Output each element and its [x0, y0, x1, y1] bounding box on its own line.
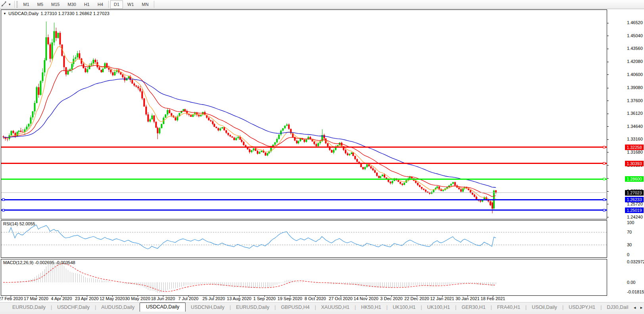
caret-down-icon[interactable]: ▾ — [8, 2, 13, 6]
chart-tab-eurusd-daily[interactable]: EURUSD,Daily — [7, 303, 51, 312]
hline-left-handle[interactable] — [2, 199, 4, 201]
date-tick-label: 25 Jul 2020 — [203, 296, 225, 301]
chart-tab-uk100-h1[interactable]: UK100,H1 — [422, 303, 455, 312]
price-tick-label: 1.24240 — [627, 215, 643, 219]
tab-scroll-left-icon[interactable]: ◄ — [633, 306, 636, 310]
candle-down — [288, 124, 290, 129]
chart-tab-eurusd-daily[interactable]: EURUSD,Daily — [231, 303, 274, 312]
candle-down — [99, 67, 100, 70]
candle-up — [333, 150, 335, 153]
candle-up — [306, 139, 307, 142]
candle-up — [280, 131, 282, 135]
candle-down — [362, 167, 364, 169]
candle-up — [278, 135, 280, 139]
chart-tab-gbpusd-h4[interactable]: GBPUSD,H4 — [276, 303, 314, 312]
candle-down — [208, 118, 210, 120]
hline-right-handle[interactable] — [603, 209, 605, 211]
ohlc-low: 1.26862 — [76, 11, 92, 16]
chart-tab-hk50-h1[interactable]: HK50,H1 — [356, 303, 386, 312]
candle-down — [148, 114, 149, 122]
candle-up — [165, 114, 167, 118]
candle-up — [183, 109, 184, 111]
candle-down — [81, 59, 82, 64]
hline-right-handle[interactable] — [603, 178, 605, 180]
timeframe-button-mn[interactable]: MN — [138, 0, 152, 9]
candle-down — [48, 37, 49, 44]
candle-down — [378, 176, 380, 178]
candle-down — [184, 109, 186, 111]
candle-down — [138, 87, 139, 88]
chart-tab-usdcnh-daily[interactable]: USDCNH,Daily — [186, 303, 230, 312]
chart-tab-fra40-h1[interactable]: FRA40,H1 — [492, 303, 525, 312]
hline-right-handle[interactable] — [603, 162, 605, 164]
candle-up — [36, 87, 38, 103]
candle-down — [232, 137, 233, 138]
chart-tab-audusd-daily[interactable]: AUDUSD,Daily — [96, 303, 140, 312]
candle-up — [161, 124, 163, 128]
chart-tab-usdjpy-h1[interactable]: USDJPY,H1 — [564, 303, 600, 312]
timeframe-button-m15[interactable]: M15 — [48, 0, 63, 9]
timeframe-button-w1[interactable]: W1 — [124, 0, 138, 9]
price-tick-label: 1.37600 — [627, 98, 643, 103]
candle-down — [324, 135, 325, 139]
chart-tab-bar: EURUSD,Daily|USDCHF,Daily|AUDUSD,DailyUS… — [0, 302, 644, 312]
timeframe-button-m1[interactable]: M1 — [20, 0, 33, 9]
chart-tab-xauusd-h1[interactable]: XAUUSD,H1 — [316, 303, 355, 312]
candle-up — [351, 152, 353, 154]
timeframe-button-h4[interactable]: H4 — [94, 0, 107, 9]
toolbar-separator — [14, 1, 15, 8]
hline-price-tag: 1.26233 — [625, 197, 644, 202]
candle-up — [404, 183, 405, 185]
candle-down — [132, 80, 133, 84]
chart-title: ▼ USDCAD,Daily 1.27310 1.27330 1.26862 1… — [3, 11, 109, 16]
timeframe-button-m30[interactable]: M30 — [64, 0, 80, 9]
candle-down — [419, 185, 421, 187]
candle-up — [102, 69, 104, 72]
candle-down — [228, 133, 229, 135]
hline-price-tag: 1.30393 — [625, 161, 644, 166]
candle-up — [382, 175, 383, 176]
hline-left-handle[interactable] — [2, 209, 4, 211]
candle-up — [259, 152, 261, 154]
candle-down — [470, 190, 472, 192]
candle-down — [400, 182, 401, 184]
chart-tab-usdchf-daily[interactable]: USDCHF,Daily — [52, 303, 95, 312]
candle-down — [120, 72, 122, 74]
candle-down — [331, 150, 333, 153]
chart-tab-usoil-daily[interactable]: USOil,Daily — [527, 303, 562, 312]
candle-up — [222, 127, 223, 128]
timeframe-button-d1[interactable]: D1 — [110, 0, 123, 9]
symbol-collapse-icon[interactable]: ▼ — [3, 12, 6, 15]
timeframe-button-m5[interactable]: M5 — [34, 0, 47, 9]
candle-down — [370, 166, 372, 168]
candle-down — [210, 120, 212, 122]
ohlc-open: 1.27310 — [40, 11, 57, 16]
date-tick-label: 1 Sep 2020 — [253, 296, 276, 301]
price-tick-label: 1.43560 — [627, 46, 643, 51]
hline-right-handle[interactable] — [603, 199, 605, 201]
price-chart-canvas[interactable] — [0, 0, 644, 314]
candle-up — [437, 186, 438, 188]
candle-up — [274, 142, 276, 145]
crosshair-cursor-icon[interactable] — [0, 0, 8, 8]
candle-up — [300, 139, 301, 141]
candle-down — [355, 156, 356, 159]
candle-up — [238, 137, 239, 138]
candle-down — [169, 110, 171, 113]
chart-tab-dj30-daily[interactable]: DJ30,Daily — [602, 303, 628, 312]
candle-down — [265, 152, 266, 156]
candle-down — [388, 179, 389, 182]
price-tick-label: 1.45040 — [627, 33, 643, 38]
candle-down — [7, 139, 8, 139]
chart-tab-ger30-h1[interactable]: GER30,H1 — [456, 303, 491, 312]
candle-down — [480, 201, 481, 202]
chart-tabs: EURUSD,Daily|USDCHF,Daily|AUDUSD,DailyUS… — [0, 302, 628, 312]
rsi-label: RSI(14) 52.0055 — [3, 221, 35, 226]
hline-right-handle[interactable] — [603, 146, 605, 148]
tab-scroll-right-icon[interactable]: ► — [640, 306, 643, 310]
timeframe-button-h1[interactable]: H1 — [80, 0, 93, 9]
candle-up — [67, 71, 69, 74]
chart-tab-uk100-h1[interactable]: UK100,H1 — [387, 303, 421, 312]
candle-up — [11, 131, 12, 135]
chart-tab-usdcad-daily[interactable]: USDCAD,Daily — [140, 303, 186, 312]
